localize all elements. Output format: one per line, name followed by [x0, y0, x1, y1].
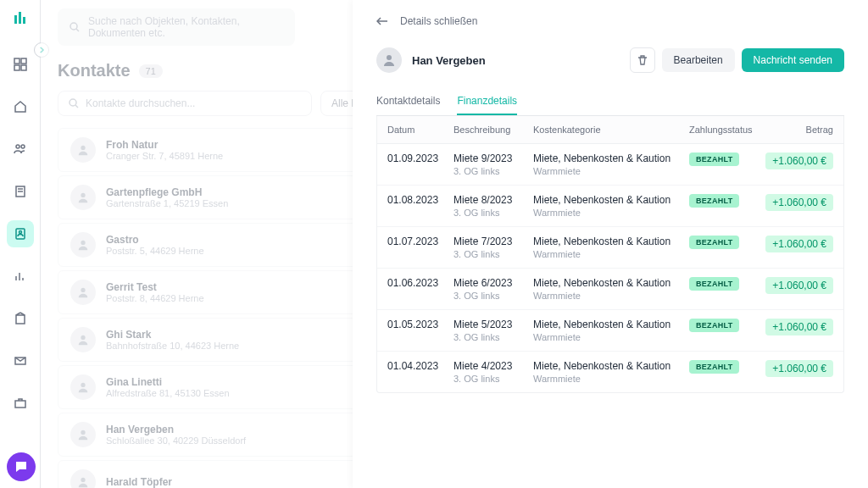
svg-rect-5	[14, 65, 19, 70]
cell-category-sub: Warmmiete	[533, 374, 689, 384]
cell-desc: Miete 4/2023	[453, 360, 533, 372]
finance-row[interactable]: 01.05.2023Miete 5/20233. OG linksMiete, …	[377, 310, 843, 352]
avatar	[376, 47, 402, 73]
svg-rect-17	[16, 315, 25, 324]
svg-rect-21	[15, 401, 25, 408]
cell-desc: Miete 6/2023	[453, 277, 533, 289]
svg-line-23	[76, 29, 79, 31]
svg-point-33	[81, 383, 85, 387]
help-chat-bubble[interactable]	[7, 452, 36, 481]
cell-desc: Miete 5/2023	[453, 319, 533, 330]
nav-documents[interactable]	[7, 178, 34, 205]
svg-point-8	[21, 145, 25, 148]
svg-point-7	[16, 145, 19, 148]
sidebar-toggle[interactable]	[34, 42, 49, 58]
avatar	[70, 137, 96, 163]
nav-dashboard[interactable]	[7, 51, 34, 78]
finance-row[interactable]: 01.07.2023Miete 7/20233. OG linksMiete, …	[377, 227, 843, 269]
svg-point-35	[81, 430, 85, 435]
page-title: Kontakte	[58, 61, 131, 80]
finance-row[interactable]: 01.08.2023Miete 8/20233. OG linksMiete, …	[377, 186, 843, 227]
svg-point-28	[81, 241, 85, 245]
status-badge: BEZAHLT	[689, 277, 739, 291]
cell-desc-sub: 3. OG links	[453, 374, 533, 384]
nav-analytics[interactable]	[7, 263, 34, 290]
cell-category: Miete, Nebenkosten & Kaution	[533, 360, 689, 372]
sidebar	[0, 0, 41, 488]
contacts-search[interactable]: Kontakte durchsuchen...	[58, 91, 312, 116]
amount-value: +1.060,00 €	[765, 360, 833, 377]
detail-contact-name: Han Vergeben	[412, 54, 486, 67]
svg-point-24	[70, 99, 76, 106]
tab-finance-details[interactable]: Finanzdetails	[457, 88, 517, 115]
col-header-amount: Betrag	[765, 125, 833, 135]
nav-home[interactable]	[7, 93, 34, 120]
avatar	[70, 374, 96, 400]
nav-mail[interactable]	[7, 347, 34, 374]
delete-button[interactable]	[630, 47, 655, 73]
global-search[interactable]: Suche nach Objekten, Kontakten, Dokument…	[58, 8, 295, 46]
cell-category: Miete, Nebenkosten & Kaution	[533, 152, 689, 164]
status-badge: BEZAHLT	[689, 236, 739, 249]
amount-value: +1.060,00 €	[765, 236, 833, 252]
cell-category: Miete, Nebenkosten & Kaution	[533, 236, 689, 247]
avatar	[70, 280, 96, 305]
svg-point-22	[70, 23, 77, 30]
amount-value: +1.060,00 €	[765, 152, 833, 169]
cell-category-sub: Warmmiete	[533, 166, 689, 176]
search-icon	[70, 22, 80, 32]
cell-category-sub: Warmmiete	[533, 249, 689, 259]
avatar	[70, 327, 96, 352]
logo-icon	[12, 10, 29, 27]
svg-rect-2	[23, 17, 25, 24]
arrow-left-icon	[376, 17, 388, 25]
nav-building[interactable]	[7, 305, 34, 332]
tab-contact-details[interactable]: Kontaktdetails	[376, 88, 440, 115]
cell-date: 01.06.2023	[387, 277, 453, 289]
contact-count-badge: 71	[139, 64, 163, 78]
close-details-label: Details schließen	[400, 15, 477, 27]
amount-value: +1.060,00 €	[765, 277, 833, 294]
edit-button[interactable]: Bearbeiten	[662, 48, 735, 72]
amount-value: +1.060,00 €	[765, 194, 833, 211]
cell-desc-sub: 3. OG links	[453, 249, 533, 259]
avatar	[70, 232, 96, 258]
svg-point-29	[81, 288, 85, 292]
nav-briefcase[interactable]	[7, 390, 34, 417]
nav-contacts[interactable]	[7, 220, 34, 247]
cell-date: 01.07.2023	[387, 236, 453, 247]
col-header-status: Zahlungsstatus	[689, 125, 765, 135]
detail-panel: Details schließen Han Vergeben Bearbeite…	[353, 0, 868, 488]
cell-category: Miete, Nebenkosten & Kaution	[533, 277, 689, 289]
svg-rect-4	[21, 58, 26, 64]
avatar	[70, 185, 96, 210]
finance-row[interactable]: 01.04.2023Miete 4/20233. OG linksMiete, …	[377, 352, 843, 392]
svg-point-26	[81, 146, 85, 150]
avatar	[70, 469, 96, 488]
finance-row[interactable]: 01.06.2023Miete 6/20233. OG linksMiete, …	[377, 269, 843, 310]
svg-line-25	[75, 105, 78, 108]
finance-table: Datum Beschreibung Kostenkategorie Zahlu…	[376, 116, 844, 393]
cell-desc-sub: 3. OG links	[453, 332, 533, 342]
nav-people[interactable]	[7, 136, 34, 163]
finance-row[interactable]: 01.09.2023Miete 9/20233. OG linksMiete, …	[377, 144, 843, 186]
status-badge: BEZAHLT	[689, 152, 739, 166]
cell-desc: Miete 8/2023	[453, 194, 533, 206]
close-details[interactable]: Details schließen	[376, 15, 844, 27]
cell-desc-sub: 3. OG links	[453, 291, 533, 301]
col-header-category: Kostenkategorie	[533, 125, 689, 135]
amount-value: +1.060,00 €	[765, 319, 833, 336]
cell-date: 01.04.2023	[387, 360, 453, 372]
cell-desc: Miete 9/2023	[453, 152, 533, 164]
contacts-search-placeholder: Kontakte durchsuchen...	[86, 97, 195, 109]
svg-rect-3	[14, 58, 19, 64]
status-badge: BEZAHLT	[689, 360, 739, 374]
cell-date: 01.08.2023	[387, 194, 453, 206]
send-message-button[interactable]: Nachricht senden	[742, 48, 844, 72]
cell-category-sub: Warmmiete	[533, 208, 689, 218]
global-search-placeholder: Suche nach Objekten, Kontakten, Dokument…	[88, 15, 283, 39]
svg-rect-1	[19, 12, 21, 24]
svg-point-27	[81, 193, 85, 197]
status-badge: BEZAHLT	[689, 319, 739, 332]
cell-date: 01.05.2023	[387, 319, 453, 330]
